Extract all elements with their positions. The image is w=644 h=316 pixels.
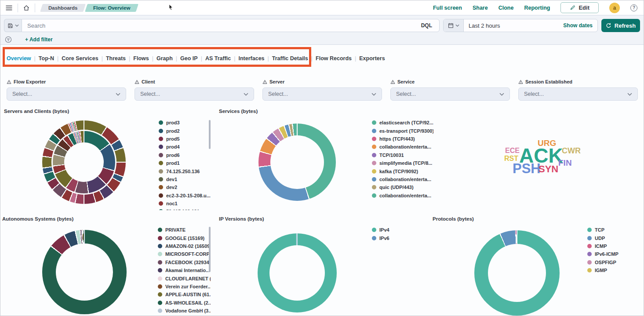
legend-item-microsoft-corp[interactable]: MICROSOFT-CORP-... — [158, 250, 211, 258]
legend-item-collaboration-enterta[interactable]: collaboration/enterta... — [372, 143, 433, 151]
legend-item-collaboration-enterta[interactable]: collaboration/enterta... — [372, 175, 433, 183]
legend-item-kafka-tcp-9092[interactable]: kafka (TCP/9092) — [372, 167, 433, 175]
tab-core-services[interactable]: Core Services — [62, 55, 98, 62]
tab-overview[interactable]: Overview — [7, 55, 31, 62]
legend-item-udp[interactable]: UDP — [587, 234, 640, 242]
legend-item-akamai-internatio[interactable]: Akamai Internatio... — [158, 266, 211, 274]
legend-item-private[interactable]: PRIVATE — [158, 226, 211, 234]
filter-select-server[interactable]: Select... — [262, 87, 382, 101]
filter-select-flow-exporter[interactable]: Select... — [7, 87, 126, 101]
legend-item-verein-zur-foerder[interactable]: Verein zur Foerder... — [158, 283, 211, 291]
legend-item-tcp-10031[interactable]: TCP/10031 — [372, 151, 433, 159]
avatar[interactable]: a — [609, 3, 620, 13]
tab-separator: | — [57, 55, 58, 62]
tab-interfaces[interactable]: Interfaces — [239, 55, 265, 62]
legend-item-52-115-163-181[interactable]: 52.115.163.181 — [159, 207, 211, 210]
clone-button[interactable]: Clone — [498, 5, 514, 11]
legend-item-ipv4[interactable]: IPv4 — [372, 226, 416, 234]
filter-label: Session Established — [525, 79, 572, 84]
full-screen-button[interactable]: Full screen — [433, 5, 462, 11]
tab-exporters[interactable]: Exporters — [359, 55, 385, 62]
tag-cloud-word-psh[interactable]: PSH — [513, 162, 541, 175]
legend-label: quic (UDP/443) — [379, 185, 414, 190]
time-range-value[interactable]: Last 2 hours — [464, 22, 563, 29]
tag-cloud-word-fin[interactable]: FIN — [558, 159, 572, 167]
legend-item-amazon-02-16509[interactable]: AMAZON-02 (16509) — [158, 242, 211, 250]
legend-item-tcp[interactable]: TCP — [587, 226, 640, 234]
autonomous-systems-donut[interactable] — [42, 230, 127, 314]
tab-geo-ip[interactable]: Geo IP — [180, 55, 198, 62]
legend-item-apple-austin-61[interactable]: APPLE-AUSTIN (61... — [158, 291, 211, 298]
filter-icon[interactable] — [5, 36, 12, 43]
legend-item-74-125-250-136[interactable]: 74.125.250.136 — [159, 167, 211, 175]
legend-item-prod5[interactable]: prod5 — [159, 135, 211, 143]
saved-query-menu-button[interactable] — [4, 19, 22, 32]
tag-cloud-word-urg[interactable]: URG — [538, 139, 556, 147]
tab-graph[interactable]: Graph — [156, 55, 173, 62]
legend-item-elasticsearch-tcp-92[interactable]: elasticsearch (TCP/92... — [372, 119, 433, 127]
legend-scrollbar[interactable] — [209, 227, 211, 272]
tab-traffic-details[interactable]: Traffic Details — [272, 55, 308, 62]
save-icon — [7, 23, 13, 29]
panel-title-protocols: Protocols (bytes) — [433, 216, 474, 222]
share-button[interactable]: Share — [473, 5, 488, 11]
services-donut[interactable] — [258, 123, 336, 201]
show-dates-link[interactable]: Show dates — [563, 22, 597, 29]
tag-cloud-word-syn[interactable]: SYN — [538, 164, 558, 174]
legend-item-icmp[interactable]: ICMP — [587, 242, 640, 250]
legend-item-prod4[interactable]: prod4 — [159, 143, 211, 151]
legend-item-ipv6[interactable]: IPv6 — [372, 234, 416, 242]
legend-item-prod2[interactable]: prod2 — [159, 127, 211, 134]
breadcrumb-dashboards[interactable]: Dashboards — [40, 4, 86, 12]
legend-item-prod3[interactable]: prod3 — [159, 119, 211, 127]
servers-clients-sunburst-inner-ring[interactable] — [53, 131, 115, 193]
tag-cloud-word-rst[interactable]: RST — [504, 155, 518, 162]
tab-flows[interactable]: Flows — [133, 55, 149, 62]
legend-item-dev1[interactable]: dev1 — [159, 175, 211, 183]
legend-item-as-wholesail-2[interactable]: AS-WHOLESAIL (2... — [158, 299, 211, 307]
legend-scrollbar[interactable] — [209, 120, 211, 149]
help-icon[interactable]: ? — [630, 4, 637, 11]
legend-item-facebook-32934[interactable]: FACEBOOK (32934) — [158, 258, 211, 266]
refresh-button[interactable]: Refresh — [601, 19, 640, 32]
legend-item-cloudflarenet[interactable]: CLOUDFLARENET (... — [158, 274, 211, 282]
tag-cloud-word-cwr[interactable]: CWR — [562, 147, 581, 155]
legend-item-ipv6-icmp[interactable]: IPv6-ICMP — [587, 250, 640, 258]
legend-label: GOOGLE (15169) — [165, 236, 204, 241]
legend-item-prod1[interactable]: prod1 — [159, 159, 211, 167]
legend-item-noc1[interactable]: noc1 — [159, 200, 211, 207]
protocols-donut[interactable] — [474, 230, 560, 316]
legend-item-google-15169[interactable]: GOOGLE (15169) — [158, 234, 211, 242]
tab-top-n[interactable]: Top-N — [39, 55, 54, 62]
tab-as-traffic[interactable]: AS Traffic — [205, 55, 231, 62]
filter-select-client[interactable]: Select... — [135, 87, 254, 101]
add-filter-button[interactable]: + Add filter — [25, 36, 53, 43]
query-language-button[interactable]: DQL — [419, 22, 434, 29]
legend-item-dev2[interactable]: dev2 — [159, 183, 211, 191]
legend-item-igmp[interactable]: IGMP — [587, 266, 640, 274]
ip-versions-donut[interactable] — [258, 233, 337, 312]
tag-cloud-word-ece[interactable]: ECE — [505, 147, 520, 154]
reporting-button[interactable]: Reporting — [524, 5, 550, 11]
legend-item-prod6[interactable]: prod6 — [159, 151, 211, 159]
tab-threats[interactable]: Threats — [106, 55, 126, 62]
breadcrumb-flow-overview[interactable]: Flow: Overview — [85, 4, 139, 12]
legend-item-ec2-3-20-15-208-u[interactable]: ec2-3-20-15-208.u... — [159, 192, 211, 200]
legend-item-quic-udp-443[interactable]: quic (UDP/443) — [372, 183, 433, 191]
legend-item-collaboration-enterta[interactable]: collaboration/enterta... — [372, 192, 433, 200]
tab-flow-records[interactable]: Flow Records — [316, 55, 352, 62]
legend-item-ospfigp[interactable]: OSPFIGP — [587, 258, 640, 266]
home-button[interactable] — [18, 0, 35, 15]
legend-label: Akamai Internatio... — [165, 268, 210, 273]
legend-item-simplifymedia-tcp-8[interactable]: simplifymedia (TCP/8... — [372, 159, 433, 167]
panel-title-autonomous-systems: Autonomous Systems (bytes) — [2, 216, 73, 222]
filter-select-session-established[interactable]: Select... — [518, 87, 638, 101]
search-input[interactable] — [27, 22, 419, 29]
legend-item-vodafone-gmbh-3[interactable]: Vodafone GmbH (3... — [158, 307, 211, 315]
filter-select-service[interactable]: Select... — [390, 87, 510, 101]
menu-button[interactable] — [0, 0, 18, 15]
legend-item-es-transport-tcp-9300[interactable]: es-transport (TCP/9300) — [372, 127, 433, 134]
legend-item-https-tcp-443[interactable]: https (TCP/443) — [372, 135, 433, 143]
edit-button[interactable]: Edit — [560, 2, 599, 13]
date-quick-select-button[interactable] — [444, 19, 464, 32]
